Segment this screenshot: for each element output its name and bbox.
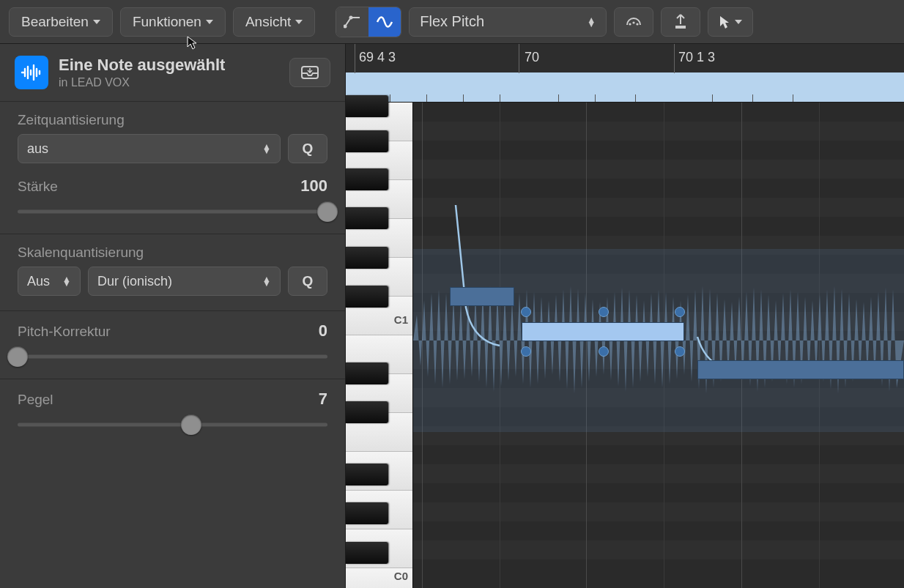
slider-thumb[interactable] (7, 346, 28, 367)
chevron-down-icon (295, 20, 303, 24)
ruler-label: 70 1 3 (678, 50, 715, 65)
updown-icon: ▲▼ (62, 277, 71, 286)
pitch-correction-slider[interactable] (18, 349, 327, 364)
time-quantize-section: Zeitquantisierung aus ▲▼ Q Stärke 100 (0, 102, 345, 234)
slider-track (18, 210, 327, 214)
chevron-down-icon (93, 20, 100, 24)
slider-track (18, 355, 327, 359)
svg-point-4 (637, 23, 639, 25)
svg-point-1 (349, 15, 353, 19)
pitch-correction-section: Pitch-Korrektur 0 (0, 311, 345, 379)
scale-type-value: Dur (ionisch) (97, 274, 172, 289)
q-label: Q (303, 141, 314, 157)
gain-label: Pegel (18, 392, 53, 408)
inspector-title-block: Eine Note ausgewählt in LEAD VOX (59, 56, 225, 89)
q-label: Q (303, 273, 314, 289)
note-handle[interactable] (521, 346, 531, 357)
ruler-tick (355, 44, 355, 73)
time-quantize-apply-button[interactable]: Q (288, 134, 327, 163)
octave-label: C1 (394, 313, 408, 326)
flex-icon (375, 15, 394, 29)
slider-track (18, 423, 327, 427)
pitch-correction-value: 0 (319, 321, 327, 340)
region-overview-bar[interactable] (346, 72, 904, 102)
automation-flex-segment (336, 7, 401, 37)
scale-type-select[interactable]: Dur (ionisch) ▲▼ (88, 267, 281, 296)
ruler-label: 70 (525, 50, 539, 65)
time-quantize-label: Zeitquantisierung (18, 112, 327, 128)
time-quantize-select[interactable]: aus ▲▼ (18, 134, 281, 163)
note-handle[interactable] (675, 346, 685, 357)
chevron-down-icon (206, 20, 213, 24)
audio-region-icon (15, 56, 48, 89)
octave-label: C0 (394, 570, 408, 582)
menu-view-label: Ansicht (245, 14, 291, 30)
catalog-button[interactable] (289, 58, 330, 87)
flex-button[interactable] (368, 7, 401, 37)
midi-out-button[interactable] (614, 7, 653, 37)
svg-rect-5 (675, 26, 686, 29)
scale-key-value: Aus (27, 274, 50, 289)
updown-icon: ▲▼ (587, 18, 596, 26)
ruler-tick (519, 44, 519, 73)
scale-key-select[interactable]: Aus ▲▼ (18, 267, 81, 296)
show-automation-button[interactable] (336, 7, 368, 37)
gain-value: 7 (319, 390, 327, 409)
pointer-tool-icon (719, 15, 730, 29)
menu-edit[interactable]: Bearbeiten (9, 7, 113, 37)
flex-pitch-note[interactable] (450, 287, 514, 306)
pitch-editor-grid[interactable]: /* rows generated inline */ (413, 103, 904, 588)
slider-thumb[interactable] (181, 414, 201, 435)
editor-toolbar: Bearbeiten Funktionen Ansicht Flex Pitch… (0, 0, 904, 44)
note-handle[interactable] (599, 307, 609, 317)
scale-quantize-label: Skalenquantisierung (18, 245, 327, 261)
scale-quantize-section: Skalenquantisierung Aus ▲▼ Dur (ionisch)… (0, 234, 345, 311)
inspector-subtitle: in LEAD VOX (59, 76, 225, 89)
time-quantize-value: aus (27, 141, 48, 157)
slider-thumb[interactable] (317, 201, 338, 222)
pointer-tool-button[interactable] (708, 7, 753, 37)
inspector-panel: Eine Note ausgewählt in LEAD VOX Zeitqua… (0, 44, 346, 588)
flex-mode-select[interactable]: Flex Pitch ▲▼ (409, 7, 607, 37)
menu-functions-label: Funktionen (133, 14, 201, 30)
note-handle[interactable] (599, 346, 609, 357)
automation-icon (344, 15, 361, 29)
note-handle[interactable] (521, 307, 531, 317)
scale-quantize-apply-button[interactable]: Q (288, 267, 327, 296)
waveform-icon (21, 64, 42, 81)
gain-slider[interactable] (18, 417, 327, 432)
strength-slider[interactable] (18, 204, 327, 219)
pitch-correction-label: Pitch-Korrektur (18, 324, 111, 340)
strength-label: Stärke (18, 179, 58, 195)
inspector-title: Eine Note ausgewählt (59, 56, 225, 75)
catch-playhead-button[interactable] (661, 7, 700, 37)
updown-icon: ▲▼ (262, 277, 271, 286)
flex-pitch-note[interactable] (697, 360, 904, 379)
strength-value: 100 (300, 176, 327, 196)
flex-mode-label: Flex Pitch (420, 13, 484, 30)
gain-section: Pegel 7 (0, 379, 345, 447)
note-handle[interactable] (675, 307, 685, 317)
menu-edit-label: Bearbeiten (21, 14, 89, 30)
chevron-down-icon (735, 20, 742, 24)
ruler-label: 69 4 3 (359, 50, 396, 65)
menu-functions[interactable]: Funktionen (120, 7, 226, 37)
bar-ruler[interactable]: 69 4 3 70 70 1 3 (346, 44, 904, 103)
inbox-icon (300, 65, 319, 80)
catch-playhead-icon (673, 14, 688, 30)
midi-out-icon (624, 15, 643, 29)
flex-pitch-note-selected[interactable] (522, 322, 684, 341)
menu-view[interactable]: Ansicht (233, 7, 315, 37)
updown-icon: ▲▼ (262, 144, 271, 153)
ruler-tick (674, 44, 675, 73)
piano-keyboard[interactable]: C1 C0 (346, 103, 413, 588)
svg-point-2 (629, 23, 631, 25)
svg-point-3 (633, 21, 635, 23)
editor-area: 69 4 3 70 70 1 3 (346, 44, 904, 588)
inspector-header: Eine Note ausgewählt in LEAD VOX (0, 44, 345, 102)
